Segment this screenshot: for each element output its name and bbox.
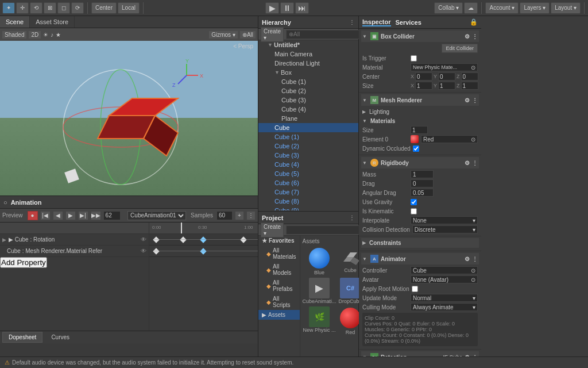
controller-dropdown[interactable]: Cube⊙ [411, 266, 478, 274]
item-cube-h2[interactable]: Cube (2) [258, 141, 358, 151]
hierarchy-title[interactable]: Hierarchy [262, 19, 291, 26]
anim-prev-btn[interactable]: ◀ [53, 211, 63, 220]
anim-last-btn[interactable]: ▶▶ [91, 211, 101, 220]
anim-timeline[interactable]: 0:00 0:30 1:00 1:30 [149, 223, 258, 331]
item-cube-h1[interactable]: Cube (1) [258, 132, 358, 141]
anim-add-btn[interactable]: + [235, 211, 244, 220]
size-x[interactable] [415, 82, 432, 90]
item-main-camera[interactable]: Main Camera [258, 49, 358, 59]
layers-button[interactable]: Layers ▾ [520, 2, 550, 14]
record-btn[interactable]: ● [28, 211, 38, 220]
animator-header[interactable]: ▼ A Animator ⚙ ⋮ [361, 253, 479, 264]
asset-anim[interactable]: ▶ CubeAnimati... [303, 278, 336, 304]
clip-select[interactable]: CubeAnimation01 [127, 211, 186, 220]
size-y[interactable] [438, 82, 455, 90]
2d-label[interactable]: 2D [29, 31, 41, 39]
box-collider-header[interactable]: ▼ ▣ Box Collider ⚙ ⋮ [361, 30, 479, 42]
item-untitled[interactable]: ▼ Untitled* [258, 40, 358, 49]
project-options[interactable]: ⋮ [349, 214, 355, 221]
frame-input[interactable] [103, 211, 121, 220]
asset-physic[interactable]: 🌿 New Physic ... [303, 306, 336, 335]
mesh-renderer-settings[interactable]: ⚙ [465, 97, 470, 103]
constraints-header[interactable]: ▶ Constraints [361, 238, 479, 248]
item-cube-selected[interactable]: Cube [258, 123, 358, 132]
anim-settings-btn[interactable]: ⋮ [246, 211, 256, 220]
interpolate-dropdown[interactable]: None▾ [411, 216, 478, 224]
mat-size-input[interactable] [411, 126, 428, 134]
anim-play-btn[interactable]: ▶ [65, 211, 76, 220]
play-button[interactable]: ▶ [265, 2, 279, 14]
hierarchy-search[interactable] [286, 30, 365, 39]
item-cube-2[interactable]: Cube (2) [258, 86, 358, 95]
effects-icon[interactable]: ★ [56, 32, 61, 38]
edit-collider-btn[interactable]: Edit Collider [442, 44, 478, 53]
item-cube-h5[interactable]: Cube (5) [258, 169, 358, 178]
item-cube-4[interactable]: Cube (4) [258, 105, 358, 114]
lights-icon[interactable]: ☀ [43, 32, 48, 38]
track-eye[interactable]: 👁 [141, 236, 146, 243]
item-cube-h4[interactable]: Cube (4) [258, 160, 358, 169]
mesh-renderer-header[interactable]: ▼ M Mesh Renderer ⚙ ⋮ [361, 94, 479, 106]
apply-root-checkbox[interactable] [412, 286, 418, 292]
item-cube-h8[interactable]: Cube (8) [258, 197, 358, 206]
item-cube-h6[interactable]: Cube (6) [258, 178, 358, 187]
all-button[interactable]: ⊕All [240, 31, 256, 39]
layout-button[interactable]: Layout ▾ [551, 2, 581, 14]
tool-rect[interactable]: ◻ [57, 2, 70, 14]
item-cube-h9[interactable]: Cube (9) [258, 206, 358, 210]
tab-scene[interactable]: Scene [0, 16, 30, 28]
is-trigger-checkbox[interactable] [411, 55, 417, 62]
update-mode-dropdown[interactable]: Normal▾ [411, 294, 478, 302]
favorites-folder[interactable]: ★Favorites [258, 236, 300, 246]
item-cube-3[interactable]: Cube (3) [258, 95, 358, 105]
tab-dopesheet[interactable]: Dopesheet [2, 332, 42, 343]
use-gravity-checkbox[interactable] [411, 199, 417, 205]
create-button[interactable]: Create ▾ [261, 27, 284, 42]
item-cube-1[interactable]: Cube (1) [258, 77, 358, 86]
cloud-button[interactable]: ☁ [464, 2, 478, 14]
item-cube-h3[interactable]: Cube (3) [258, 151, 358, 160]
all-prefabs[interactable]: ◆ All Prefabs [258, 278, 300, 294]
dynamic-occluded-checkbox[interactable] [413, 145, 419, 152]
animator-menu[interactable]: ⋮ [472, 256, 478, 262]
anim-first-btn[interactable]: |◀ [40, 211, 51, 220]
gizmos-button[interactable]: Gizmos ▾ [209, 31, 238, 39]
track-eye2[interactable]: 👁 [141, 248, 146, 254]
hierarchy-options[interactable]: ⋮ [349, 19, 355, 25]
track-expand[interactable]: ▶ [2, 237, 6, 243]
drag-input[interactable] [411, 179, 434, 187]
mesh-renderer-menu[interactable]: ⋮ [472, 97, 478, 103]
item-directional-light[interactable]: Directional Light [258, 59, 358, 68]
box-collider-settings[interactable]: ⚙ [465, 33, 470, 40]
tool-scale[interactable]: ⊠ [44, 2, 56, 14]
center-x[interactable] [415, 72, 432, 80]
step-button[interactable]: ⏭ [295, 2, 309, 14]
size-z[interactable] [461, 82, 478, 90]
project-search[interactable] [286, 225, 365, 235]
all-scripts[interactable]: ◆ All Scripts [258, 294, 300, 310]
angular-drag-input[interactable] [411, 189, 434, 197]
tool-transform[interactable]: ⟳ [71, 2, 84, 14]
item-cube-h7[interactable]: Cube (7) [258, 187, 358, 197]
element0-dropdown[interactable]: Red ⊙ [421, 135, 478, 143]
center-y[interactable] [438, 72, 455, 80]
shaded-label[interactable]: Shaded [2, 31, 26, 39]
rigidbody-menu[interactable]: ⋮ [472, 160, 478, 166]
collab-button[interactable]: Collab ▾ [434, 2, 463, 14]
lighting-arrow[interactable]: ▶ [362, 109, 366, 114]
tool-move[interactable]: ✛ [16, 2, 29, 14]
material-dropdown[interactable]: New Physic Mate... ⊙ [411, 63, 478, 71]
avatar-dropdown[interactable]: None (Avatar)⊙ [411, 275, 478, 283]
materials-arrow[interactable]: ▼ [362, 118, 367, 124]
account-button[interactable]: Account ▾ [485, 2, 519, 14]
inspector-lock[interactable]: 🔒 [470, 18, 478, 26]
item-plane[interactable]: Plane [258, 114, 358, 123]
rigidbody-header[interactable]: ▼ R Rigidbody ⚙ ⋮ [361, 157, 479, 168]
all-models[interactable]: ◆ All Models [258, 262, 300, 278]
pause-button[interactable]: ⏸ [280, 2, 294, 14]
project-title[interactable]: Project [262, 214, 283, 221]
add-property-btn[interactable]: Add Property [0, 257, 47, 268]
center-button[interactable]: Center [91, 2, 117, 14]
rigidbody-settings[interactable]: ⚙ [465, 160, 470, 166]
mass-input[interactable] [411, 170, 434, 178]
